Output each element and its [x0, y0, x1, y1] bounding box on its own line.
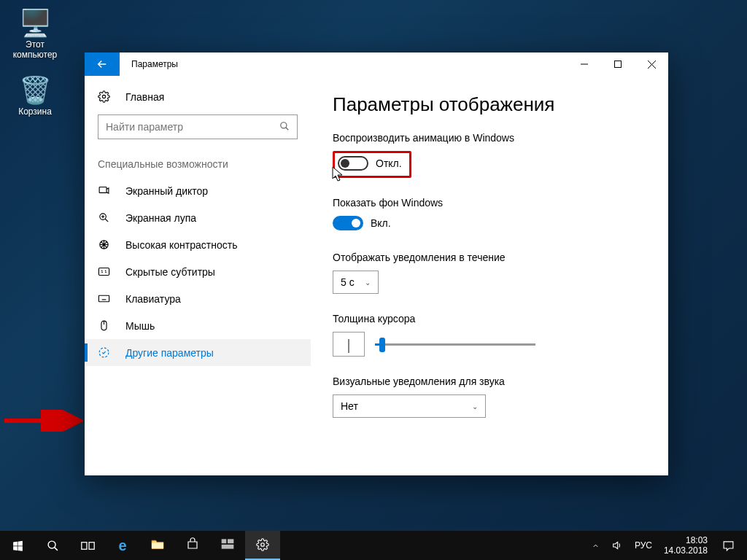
sidebar-label: Мышь — [125, 320, 155, 332]
sidebar-item-high-contrast[interactable]: Высокая контрастность — [85, 231, 311, 258]
volume-icon — [611, 540, 623, 551]
toggle-show-wallpaper[interactable]: Вкл. — [333, 216, 391, 230]
close-button[interactable] — [635, 52, 668, 76]
action-center-button[interactable] — [713, 540, 743, 552]
svg-rect-2 — [615, 61, 622, 68]
sidebar-item-keyboard[interactable]: Клавиатура — [85, 285, 311, 312]
task-view-button[interactable] — [70, 531, 105, 560]
svg-point-5 — [102, 95, 105, 98]
sidebar-label: Скрытые субтитры — [125, 266, 215, 278]
tray-language[interactable]: РУС — [629, 531, 658, 560]
slider-cursor-width[interactable] — [375, 337, 535, 351]
sidebar-item-magnifier[interactable]: Экранная лупа — [85, 204, 311, 231]
sidebar-item-other-options[interactable]: Другие параметры — [85, 339, 311, 366]
keyboard-icon — [98, 292, 115, 305]
desktop-icon-label: Корзина — [6, 106, 64, 117]
sidebar-home[interactable]: Главная — [85, 83, 311, 110]
desktop-icon-this-pc[interactable]: 🖥️ Этот компьютер — [6, 9, 64, 60]
narrator-icon — [98, 184, 115, 197]
system-icon — [220, 537, 235, 554]
sidebar-label: Другие параметры — [125, 347, 214, 359]
svg-point-28 — [48, 541, 55, 548]
svg-rect-30 — [81, 542, 86, 549]
svg-line-29 — [54, 547, 57, 550]
sidebar-label: Высокая контрастность — [125, 239, 237, 251]
page-title: Параметры отображения — [333, 93, 646, 116]
sidebar: Главная Найти параметр Специальные возмо… — [85, 76, 311, 475]
slider-thumb[interactable] — [379, 338, 385, 352]
toggle-state-label: Вкл. — [371, 217, 391, 229]
taskbar-app-explorer[interactable] — [140, 531, 175, 560]
setting-label-notif-duration: Отображать уведомления в течение — [333, 252, 646, 263]
taskbar-app-edge[interactable]: e — [105, 531, 140, 560]
sidebar-item-captions[interactable]: Скрытые субтитры — [85, 258, 311, 285]
taskbar-app-settings[interactable] — [245, 531, 280, 560]
setting-label-visual-alert: Визуальные уведомления для звука — [333, 376, 646, 387]
language-indicator: РУС — [635, 540, 652, 551]
select-visual-alert[interactable]: Нет ⌄ — [333, 394, 486, 418]
sidebar-item-narrator[interactable]: Экранный диктор — [85, 177, 311, 204]
taskbar-app-store[interactable] — [175, 531, 210, 560]
sidebar-label: Экранная лупа — [125, 212, 196, 224]
annotation-highlight: Откл. — [333, 151, 411, 178]
content-panel: Параметры отображения Воспроизводить ани… — [311, 76, 668, 475]
setting-label-wallpaper: Показать фон Windows — [333, 197, 646, 209]
contrast-icon — [98, 238, 115, 251]
select-notification-duration[interactable]: 5 с ⌄ — [333, 271, 379, 294]
search-icon — [279, 121, 290, 133]
clock-time: 18:03 — [664, 535, 708, 545]
magnifier-icon — [98, 211, 115, 224]
search-input[interactable]: Найти параметр — [98, 114, 298, 139]
window-title: Параметры — [120, 52, 568, 76]
sidebar-item-mouse[interactable]: Мышь — [85, 312, 311, 339]
chevron-down-icon: ⌄ — [355, 279, 371, 287]
taskbar: e РУС 18:03 — [0, 531, 747, 560]
svg-rect-8 — [99, 187, 107, 193]
select-value: Нет — [341, 400, 358, 412]
recycle-bin-icon: 🗑️ — [6, 76, 64, 105]
svg-rect-34 — [228, 539, 233, 543]
svg-rect-18 — [98, 268, 109, 276]
taskbar-search-button[interactable] — [35, 531, 70, 560]
search-icon — [47, 540, 59, 552]
mouse-icon — [98, 319, 115, 332]
svg-rect-19 — [98, 295, 109, 302]
svg-line-7 — [286, 127, 289, 130]
monitor-icon: 🖥️ — [6, 9, 64, 38]
select-value: 5 с — [341, 276, 355, 288]
tray-up-icon[interactable] — [586, 531, 605, 560]
svg-point-36 — [261, 543, 265, 547]
captions-icon — [98, 265, 115, 278]
sidebar-label: Экранный диктор — [125, 185, 208, 197]
minimize-button[interactable] — [568, 52, 601, 76]
chevron-up-icon — [592, 542, 600, 550]
toggle-animate-windows[interactable]: Откл. — [338, 156, 402, 171]
other-options-icon — [98, 346, 115, 359]
task-view-icon — [81, 540, 95, 552]
store-icon — [186, 537, 199, 554]
notification-icon — [722, 540, 735, 552]
back-button[interactable] — [85, 52, 120, 76]
search-placeholder: Найти параметр — [106, 121, 279, 133]
tray-volume[interactable] — [605, 531, 629, 560]
svg-rect-31 — [89, 542, 94, 549]
svg-rect-33 — [222, 539, 227, 543]
edge-icon: e — [118, 537, 126, 554]
taskbar-app-system[interactable] — [210, 531, 245, 560]
clock-date: 14.03.2018 — [664, 545, 708, 556]
tray-clock[interactable]: 18:03 14.03.2018 — [658, 535, 713, 556]
svg-line-12 — [105, 219, 108, 222]
start-button[interactable] — [0, 531, 35, 560]
toggle-track — [333, 216, 363, 230]
desktop-icon-recycle-bin[interactable]: 🗑️ Корзина — [6, 76, 64, 117]
desktop-icon-label: Этот компьютер — [6, 39, 64, 60]
gear-icon — [256, 538, 269, 551]
sidebar-section-title: Специальные возможности — [85, 148, 311, 177]
sidebar-label: Главная — [125, 91, 164, 103]
toggle-track — [338, 156, 368, 171]
setting-label-cursor-width: Толщина курсора — [333, 313, 646, 324]
maximize-button[interactable] — [601, 52, 635, 76]
toggle-state-label: Откл. — [376, 158, 402, 169]
close-icon — [648, 61, 656, 69]
settings-window: Параметры Главная Найти параме — [85, 52, 668, 475]
